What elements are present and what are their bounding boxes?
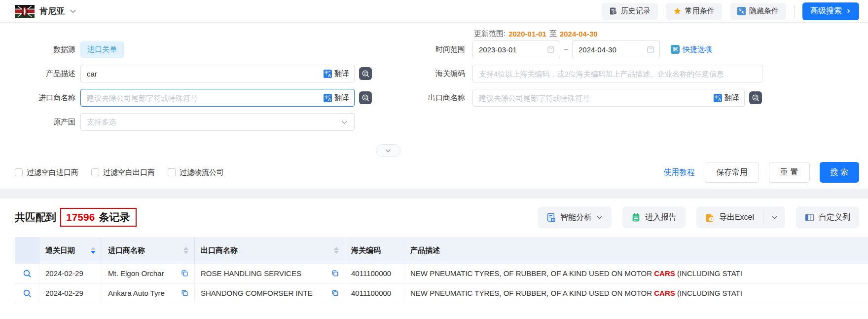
match-count-prefix: 共匹配到 (15, 210, 56, 224)
export-excel-label: 导出Excel (719, 212, 754, 223)
header-importer-label: 进口商名称 (108, 246, 145, 255)
update-range-start: 2020-01-01 (508, 30, 546, 38)
copy-importer-button[interactable] (177, 289, 188, 297)
chevron-right-icon (846, 8, 851, 14)
advanced-search-label: 高级搜索 (810, 6, 842, 16)
header-product-label: 产品描述 (410, 246, 440, 255)
importer-translate-button[interactable]: 中 A 翻译 (319, 93, 354, 103)
customize-columns-label: 自定义列 (819, 212, 850, 223)
date-range-dash: – (560, 45, 572, 54)
export-options-button[interactable] (763, 206, 785, 228)
country-picker[interactable]: 肯尼亚 (15, 5, 76, 18)
header-exporter-label: 出口商名称 (201, 246, 238, 255)
date-start-input[interactable]: 2023-03-01 (472, 40, 560, 58)
header-product: 产品描述 (404, 237, 868, 264)
hs-code-input[interactable] (473, 65, 762, 82)
importer-input[interactable] (81, 89, 319, 106)
filter-blank-importer-label: 过滤空白进口商 (27, 168, 78, 177)
exporter-translate-button[interactable]: 中 A 翻译 (709, 93, 744, 103)
filter-blank-importer-checkbox[interactable]: 过滤空白进口商 (15, 168, 78, 177)
history-button[interactable]: 历史记录 (602, 3, 658, 20)
export-excel-split-button: 导出Excel (696, 206, 785, 228)
results-table: 通关日期 进口商名称 出口商名称 海关编码 产品描述 (15, 237, 868, 303)
topbar-divider (794, 5, 795, 18)
country-name: 肯尼亚 (39, 5, 65, 17)
hide-conditions-button[interactable]: 隐藏条件 (730, 3, 786, 20)
filter-logistics-checkbox[interactable]: 过滤物流公司 (168, 168, 224, 177)
chevron-down-icon (341, 119, 348, 126)
copy-icon (331, 289, 339, 297)
translate-icon: 中 A (324, 70, 332, 78)
search-button[interactable]: 搜 索 (820, 162, 859, 183)
svg-text:BI: BI (551, 218, 554, 221)
filter-blank-exporter-label: 过滤空白出口商 (103, 168, 155, 177)
data-source-tag[interactable]: 进口关单 (80, 41, 124, 58)
translate-icon: 中 A (324, 94, 332, 102)
history-icon (609, 7, 617, 15)
save-common-button[interactable]: 保存常用 (705, 162, 759, 183)
product-desc-search-swap-button[interactable] (359, 67, 372, 80)
cell-date: 2024-02-29 (45, 289, 83, 297)
sort-importer-button[interactable] (180, 247, 188, 254)
export-excel-button[interactable]: 导出Excel (696, 206, 763, 228)
chevron-down-icon (596, 214, 603, 221)
origin-country-placeholder: 支持多选 (87, 118, 116, 127)
filter-blank-exporter-checkbox[interactable]: 过滤空白出口商 (91, 168, 155, 177)
cell-importer: Ankara Auto Tyre (108, 289, 165, 297)
exporter-input[interactable] (473, 89, 709, 106)
copy-importer-button[interactable] (177, 270, 188, 277)
header-exporter: 出口商名称 (195, 237, 345, 264)
sort-date-button[interactable] (87, 247, 96, 254)
checkbox-icon (168, 168, 176, 176)
checkbox-icon (91, 168, 99, 176)
advanced-search-button[interactable]: 高级搜索 (802, 2, 859, 20)
copy-exporter-button[interactable] (327, 289, 339, 297)
svg-text:A: A (328, 97, 331, 102)
command-icon: ⌘ (671, 45, 680, 54)
product-desc-input[interactable] (81, 65, 319, 82)
row-detail-button[interactable] (23, 269, 32, 278)
data-source-label: 数据源 (0, 45, 75, 54)
highlighted-keyword: CARS (654, 289, 675, 297)
exporter-search-swap-button[interactable] (749, 91, 762, 104)
customize-columns-button[interactable]: 自定义列 (796, 206, 859, 228)
exporter-label: 出口商名称 (424, 93, 465, 103)
results-section: 共匹配到 17596 条记录 BI 智能分析 (0, 199, 868, 229)
product-desc-translate-button[interactable]: 中 A 翻译 (319, 69, 354, 79)
smart-analysis-button[interactable]: BI 智能分析 (538, 206, 612, 228)
cell-exporter: SHANDONG COMFORSER INTE (201, 289, 313, 297)
enter-report-button[interactable]: 进入报告 (622, 206, 686, 228)
header-importer: 进口商名称 (102, 237, 195, 264)
calendar-icon (647, 45, 654, 53)
cell-hs-code: 4011100000 (351, 269, 391, 278)
sort-exporter-button[interactable] (330, 247, 339, 254)
table-row: 2024-02-29 Mt. Elgon Orchar ROSE HANDLIN… (15, 264, 868, 283)
copy-exporter-button[interactable] (327, 270, 339, 277)
quick-options-button[interactable]: ⌘ 快捷选项 (671, 45, 712, 54)
hide-conditions-label: 隐藏条件 (749, 6, 779, 16)
bi-analysis-icon: BI (546, 213, 556, 222)
header-hs-code: 海关编码 (345, 237, 404, 264)
copy-icon (181, 289, 188, 297)
cell-product-desc: NEW PNEUMATIC TYRES, OF RUBBER, OF A KIN… (410, 289, 742, 297)
origin-country-label: 原产国 (0, 118, 75, 127)
update-range: 更新范围: 2020-01-01 至 2024-04-30 (424, 27, 868, 40)
search-swap-icon (362, 70, 370, 78)
importer-search-swap-button[interactable] (359, 91, 372, 104)
cell-date: 2024-02-29 (45, 269, 83, 278)
hs-code-label: 海关编码 (424, 69, 465, 79)
row-detail-button[interactable] (23, 289, 32, 298)
translate-label: 翻译 (334, 93, 349, 103)
reset-button[interactable]: 重 置 (769, 162, 809, 183)
favorites-button[interactable]: 常用条件 (666, 3, 722, 20)
translate-label: 翻译 (724, 93, 739, 103)
expand-more-conditions-button[interactable] (376, 144, 400, 157)
chevron-down-icon (70, 8, 76, 15)
date-end-input[interactable]: 2024-04-30 (572, 40, 660, 58)
match-count-highlight-box: 17596 条记录 (60, 208, 137, 227)
highlighted-keyword: CARS (654, 269, 675, 278)
tutorial-link[interactable]: 使用教程 (663, 167, 695, 178)
search-form: 数据源 进口关单 产品描述 中 A 翻译 (0, 23, 868, 189)
chevron-down-icon (771, 214, 778, 221)
origin-country-select[interactable]: 支持多选 (80, 113, 355, 131)
